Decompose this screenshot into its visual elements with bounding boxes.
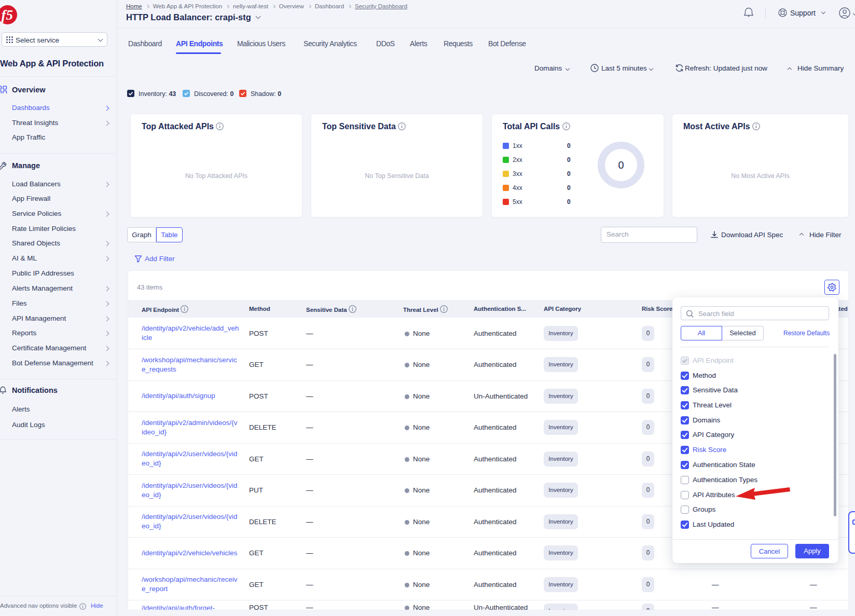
svg-text:f5: f5 [2, 7, 13, 23]
svg-text:0: 0 [618, 159, 624, 171]
